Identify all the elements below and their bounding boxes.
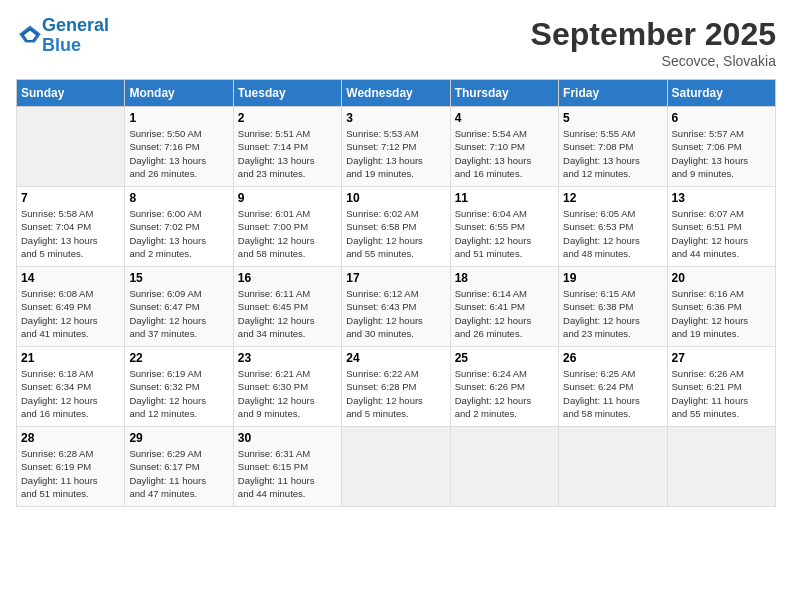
day-number: 22 [129,351,228,365]
title-block: September 2025 Secovce, Slovakia [531,16,776,69]
day-number: 2 [238,111,337,125]
calendar-week-row: 1Sunrise: 5:50 AMSunset: 7:16 PMDaylight… [17,107,776,187]
day-info: Sunrise: 6:21 AMSunset: 6:30 PMDaylight:… [238,367,337,420]
calendar-cell: 18Sunrise: 6:14 AMSunset: 6:41 PMDayligh… [450,267,558,347]
calendar-cell: 30Sunrise: 6:31 AMSunset: 6:15 PMDayligh… [233,427,341,507]
calendar-cell [667,427,775,507]
day-info: Sunrise: 6:12 AMSunset: 6:43 PMDaylight:… [346,287,445,340]
calendar-cell: 7Sunrise: 5:58 AMSunset: 7:04 PMDaylight… [17,187,125,267]
logo-line1: General [42,15,109,35]
day-info: Sunrise: 5:50 AMSunset: 7:16 PMDaylight:… [129,127,228,180]
calendar-cell [17,107,125,187]
day-number: 11 [455,191,554,205]
location-subtitle: Secovce, Slovakia [531,53,776,69]
day-info: Sunrise: 6:24 AMSunset: 6:26 PMDaylight:… [455,367,554,420]
weekday-header-wednesday: Wednesday [342,80,450,107]
calendar-week-row: 7Sunrise: 5:58 AMSunset: 7:04 PMDaylight… [17,187,776,267]
day-info: Sunrise: 6:00 AMSunset: 7:02 PMDaylight:… [129,207,228,260]
day-number: 13 [672,191,771,205]
day-info: Sunrise: 6:02 AMSunset: 6:58 PMDaylight:… [346,207,445,260]
weekday-header-tuesday: Tuesday [233,80,341,107]
day-number: 9 [238,191,337,205]
day-info: Sunrise: 6:28 AMSunset: 6:19 PMDaylight:… [21,447,120,500]
day-number: 10 [346,191,445,205]
calendar-cell: 10Sunrise: 6:02 AMSunset: 6:58 PMDayligh… [342,187,450,267]
day-info: Sunrise: 6:16 AMSunset: 6:36 PMDaylight:… [672,287,771,340]
calendar-cell: 13Sunrise: 6:07 AMSunset: 6:51 PMDayligh… [667,187,775,267]
calendar-cell: 20Sunrise: 6:16 AMSunset: 6:36 PMDayligh… [667,267,775,347]
day-number: 20 [672,271,771,285]
day-info: Sunrise: 6:01 AMSunset: 7:00 PMDaylight:… [238,207,337,260]
calendar-cell: 24Sunrise: 6:22 AMSunset: 6:28 PMDayligh… [342,347,450,427]
day-info: Sunrise: 6:31 AMSunset: 6:15 PMDaylight:… [238,447,337,500]
day-info: Sunrise: 5:57 AMSunset: 7:06 PMDaylight:… [672,127,771,180]
calendar-week-row: 21Sunrise: 6:18 AMSunset: 6:34 PMDayligh… [17,347,776,427]
calendar-cell: 3Sunrise: 5:53 AMSunset: 7:12 PMDaylight… [342,107,450,187]
weekday-header-thursday: Thursday [450,80,558,107]
weekday-header-monday: Monday [125,80,233,107]
day-number: 5 [563,111,662,125]
day-number: 6 [672,111,771,125]
logo-line2: Blue [42,35,81,55]
day-info: Sunrise: 6:29 AMSunset: 6:17 PMDaylight:… [129,447,228,500]
day-number: 3 [346,111,445,125]
day-number: 18 [455,271,554,285]
calendar-cell: 29Sunrise: 6:29 AMSunset: 6:17 PMDayligh… [125,427,233,507]
calendar-cell: 12Sunrise: 6:05 AMSunset: 6:53 PMDayligh… [559,187,667,267]
calendar-cell: 5Sunrise: 5:55 AMSunset: 7:08 PMDaylight… [559,107,667,187]
calendar-cell: 17Sunrise: 6:12 AMSunset: 6:43 PMDayligh… [342,267,450,347]
logo-icon [18,24,42,44]
day-info: Sunrise: 6:11 AMSunset: 6:45 PMDaylight:… [238,287,337,340]
calendar-cell [559,427,667,507]
day-number: 7 [21,191,120,205]
calendar-cell: 22Sunrise: 6:19 AMSunset: 6:32 PMDayligh… [125,347,233,427]
day-number: 21 [21,351,120,365]
calendar-cell: 2Sunrise: 5:51 AMSunset: 7:14 PMDaylight… [233,107,341,187]
calendar-cell: 15Sunrise: 6:09 AMSunset: 6:47 PMDayligh… [125,267,233,347]
day-number: 23 [238,351,337,365]
day-info: Sunrise: 5:55 AMSunset: 7:08 PMDaylight:… [563,127,662,180]
day-info: Sunrise: 6:04 AMSunset: 6:55 PMDaylight:… [455,207,554,260]
calendar-cell: 6Sunrise: 5:57 AMSunset: 7:06 PMDaylight… [667,107,775,187]
calendar-cell: 21Sunrise: 6:18 AMSunset: 6:34 PMDayligh… [17,347,125,427]
day-number: 27 [672,351,771,365]
day-info: Sunrise: 6:09 AMSunset: 6:47 PMDaylight:… [129,287,228,340]
logo-text: General Blue [42,16,109,56]
day-info: Sunrise: 6:18 AMSunset: 6:34 PMDaylight:… [21,367,120,420]
day-info: Sunrise: 6:05 AMSunset: 6:53 PMDaylight:… [563,207,662,260]
calendar-cell: 23Sunrise: 6:21 AMSunset: 6:30 PMDayligh… [233,347,341,427]
day-info: Sunrise: 5:54 AMSunset: 7:10 PMDaylight:… [455,127,554,180]
day-info: Sunrise: 6:07 AMSunset: 6:51 PMDaylight:… [672,207,771,260]
day-info: Sunrise: 6:25 AMSunset: 6:24 PMDaylight:… [563,367,662,420]
weekday-header-friday: Friday [559,80,667,107]
day-number: 28 [21,431,120,445]
calendar-cell: 25Sunrise: 6:24 AMSunset: 6:26 PMDayligh… [450,347,558,427]
day-info: Sunrise: 6:08 AMSunset: 6:49 PMDaylight:… [21,287,120,340]
day-number: 4 [455,111,554,125]
day-info: Sunrise: 5:51 AMSunset: 7:14 PMDaylight:… [238,127,337,180]
calendar-cell: 16Sunrise: 6:11 AMSunset: 6:45 PMDayligh… [233,267,341,347]
calendar-cell: 26Sunrise: 6:25 AMSunset: 6:24 PMDayligh… [559,347,667,427]
calendar-cell [342,427,450,507]
day-number: 24 [346,351,445,365]
day-number: 14 [21,271,120,285]
page-header: General Blue September 2025 Secovce, Slo… [16,16,776,69]
weekday-header-saturday: Saturday [667,80,775,107]
weekday-header-row: SundayMondayTuesdayWednesdayThursdayFrid… [17,80,776,107]
day-number: 1 [129,111,228,125]
calendar-week-row: 28Sunrise: 6:28 AMSunset: 6:19 PMDayligh… [17,427,776,507]
day-number: 16 [238,271,337,285]
day-number: 19 [563,271,662,285]
day-number: 25 [455,351,554,365]
day-info: Sunrise: 6:15 AMSunset: 6:38 PMDaylight:… [563,287,662,340]
day-number: 15 [129,271,228,285]
calendar-cell: 9Sunrise: 6:01 AMSunset: 7:00 PMDaylight… [233,187,341,267]
calendar-cell [450,427,558,507]
day-info: Sunrise: 5:58 AMSunset: 7:04 PMDaylight:… [21,207,120,260]
calendar-cell: 1Sunrise: 5:50 AMSunset: 7:16 PMDaylight… [125,107,233,187]
day-info: Sunrise: 6:26 AMSunset: 6:21 PMDaylight:… [672,367,771,420]
day-number: 26 [563,351,662,365]
day-number: 8 [129,191,228,205]
calendar-cell: 4Sunrise: 5:54 AMSunset: 7:10 PMDaylight… [450,107,558,187]
calendar-cell: 27Sunrise: 6:26 AMSunset: 6:21 PMDayligh… [667,347,775,427]
